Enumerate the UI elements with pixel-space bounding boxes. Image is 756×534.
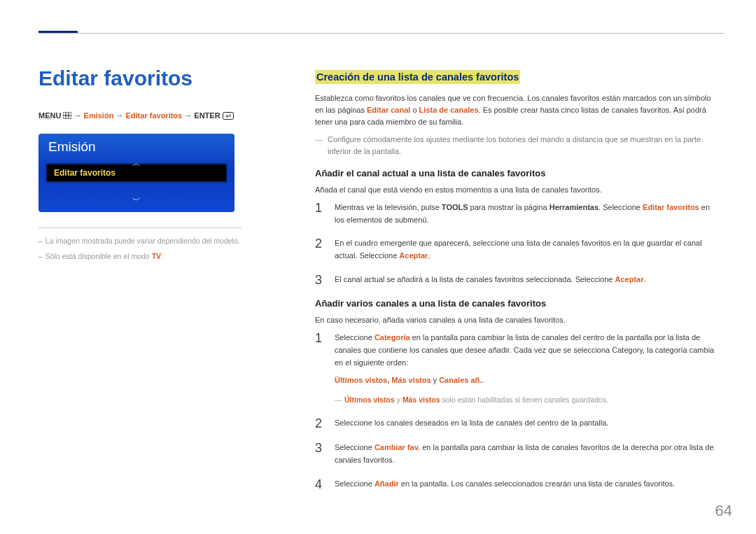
page-title: Editar favoritos: [38, 66, 270, 90]
tv-menu-header: Emisión: [38, 134, 234, 159]
tip-remote-buttons: Configure cómodamente los ajustes median…: [315, 134, 718, 157]
step-item: 3 El canal actual se añadirá a la lista …: [315, 274, 718, 288]
step-item: 2 En el cuadro emergente que aparecerá, …: [315, 237, 718, 262]
step-number: 1: [315, 332, 325, 405]
step-number: 3: [315, 442, 325, 466]
breadcrumb-menu-label: MENU: [38, 111, 61, 120]
left-column: Editar favoritos MENU → Emisión → Editar…: [38, 66, 270, 267]
step-number: 4: [315, 478, 325, 492]
step-number: 1: [315, 202, 325, 226]
step-number: 3: [315, 274, 325, 288]
step-item: 1 Seleccione Categoría en la pantalla pa…: [315, 332, 718, 405]
step-number: 2: [315, 417, 325, 431]
step-number: 2: [315, 237, 325, 262]
step-item: 1 Mientras ve la televisión, pulse TOOLS…: [315, 202, 718, 226]
step-item: 4 Seleccione Añadir en la pantalla. Los …: [315, 478, 718, 492]
footnote-model-vary: –La imagen mostrada puede variar dependi…: [38, 237, 270, 245]
breadcrumb: MENU → Emisión → Editar favoritos → ENTE…: [38, 111, 270, 121]
step-item: 3 Seleccione Cambiar fav. en la pantalla…: [315, 442, 718, 466]
steps-add-current: 1 Mientras ve la televisión, pulse TOOLS…: [315, 202, 718, 287]
subheading-add-current: Añadir el canal actual a una lista de ca…: [315, 168, 718, 178]
enter-key-icon: [223, 112, 234, 121]
header-rule: [38, 33, 724, 34]
arrow-sep: →: [184, 111, 192, 120]
intro-paragraph: Establezca como favoritos los canales qu…: [315, 92, 718, 128]
step-item: 2 Seleccione los canales deseados en la …: [315, 417, 718, 431]
footnote-tv-only: –Sólo está disponible en el modo TV.: [38, 252, 270, 260]
subheading-add-multiple: Añadir varios canales a una lista de can…: [315, 298, 718, 309]
sub1-lead: Añada el canal que está viendo en estos …: [315, 184, 718, 196]
chevron-up-icon[interactable]: ︿: [132, 157, 141, 169]
steps-add-multiple: 1 Seleccione Categoría en la pantalla pa…: [315, 332, 718, 491]
tv-menu-panel: Emisión ︿ Editar favoritos ﹀: [38, 134, 234, 212]
breadcrumb-editar-favoritos: Editar favoritos: [126, 111, 183, 120]
arrow-sep: →: [74, 111, 82, 120]
section-heading: Creación de una lista de canales favorit…: [315, 70, 520, 84]
chevron-down-icon[interactable]: ﹀: [132, 195, 141, 206]
right-column: Creación de una lista de canales favorit…: [315, 70, 718, 503]
breadcrumb-enter-label: ENTER: [194, 111, 220, 120]
left-separator: [38, 227, 241, 228]
menu-grid-icon: [63, 112, 71, 120]
arrow-sep: →: [115, 111, 123, 120]
breadcrumb-emision: Emisión: [84, 111, 114, 120]
page-number: 64: [715, 502, 732, 520]
category-note: Últimos vistos y Más vistos solo están h…: [335, 394, 718, 406]
sub2-lead: En caso necesario, añada varios canales …: [315, 314, 718, 326]
